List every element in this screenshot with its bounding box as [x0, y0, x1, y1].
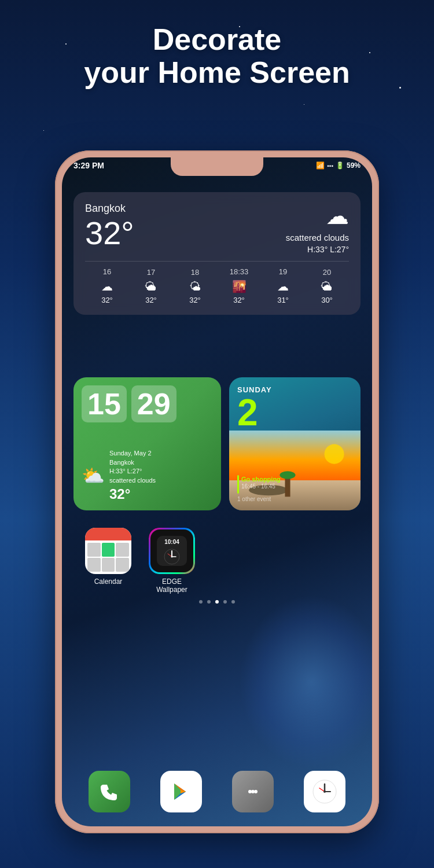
app-calendar-icon[interactable]: [85, 528, 131, 574]
dock-clock-icon[interactable]: [304, 771, 345, 812]
clock-cloud-icon: ⛅: [82, 465, 105, 487]
forecast-item-3: 18:33 🌇 32°: [217, 267, 261, 304]
weather-forecast: 16 ☁ 32° 17 🌥 32° 18 🌤 32° 18:33 🌇: [85, 261, 349, 304]
widget-row: 15 29 ⛅ Sunday, May 2 Bangkok H:33° L:27…: [73, 377, 361, 510]
edge-time-display: 10:04: [164, 539, 179, 545]
weather-cloud-icon: ☁: [286, 203, 349, 229]
forecast-item-5: 20 🌥 30°: [305, 268, 349, 304]
forecast-item-2: 18 🌤 32°: [173, 268, 217, 304]
app-calendar-wrapper[interactable]: Calendar: [85, 528, 131, 586]
app-calendar-label: Calendar: [94, 578, 123, 586]
clock-temperature: 32°: [109, 486, 156, 502]
dock-messages-icon[interactable]: [232, 771, 274, 812]
clock-condition: scattered clouds: [109, 476, 156, 485]
svg-point-22: [323, 790, 326, 793]
clock-city: Bangkok: [109, 458, 156, 467]
dot-3: [223, 600, 227, 604]
svg-point-1: [325, 444, 344, 464]
forecast-item-4: 19 ☁ 31°: [261, 267, 305, 304]
event-title: Go shopping: [241, 475, 281, 483]
weather-widget: Bangkok 32° ☁ scattered clouds H:33° L:2…: [73, 192, 361, 315]
dot-2-active: [215, 600, 219, 604]
phone-frame: 3:29 PM 📶 ▪▪▪ 🔋 59% Bangkok 32° ☁ scatte…: [55, 150, 379, 833]
clock-widget[interactable]: 15 29 ⛅ Sunday, May 2 Bangkok H:33° L:27…: [73, 377, 221, 510]
app-edge-label: EDGEWallpaper: [156, 578, 187, 594]
status-icons: 📶 ▪▪▪ 🔋 59%: [316, 161, 361, 170]
wifi-icon: 📶: [316, 161, 325, 170]
nebula-bg: [239, 595, 372, 768]
calendar-date-number: 2: [237, 394, 352, 431]
dock-phone-icon[interactable]: [89, 771, 130, 812]
forecast-item-0: 16 ☁ 32°: [85, 267, 129, 304]
calendar-widget[interactable]: SUNDAY 2 Go shopping 16:45 - 16:45 1 oth…: [229, 377, 361, 510]
svg-point-17: [254, 790, 258, 793]
dock-playstore-icon[interactable]: [160, 771, 202, 812]
weather-description: ☁ scattered clouds H:33° L:27°: [286, 203, 349, 254]
clock-time-display: 15 29: [82, 385, 213, 422]
weather-city: Bangkok: [85, 203, 134, 215]
page-dots: [62, 600, 372, 604]
calendar-content: SUNDAY 2: [229, 377, 361, 439]
weather-temperature: 32°: [85, 217, 134, 249]
header-section: Decorate your Home Screen: [0, 23, 434, 89]
clock-temp-info: H:33° L:27°: [109, 467, 156, 476]
forecast-item-1: 17 🌥 32°: [129, 268, 173, 304]
header-line2: your Home Screen: [0, 56, 434, 89]
signal-icon: ▪▪▪: [327, 163, 333, 169]
battery-percent: 59%: [347, 161, 361, 170]
weather-condition: scattered clouds: [286, 233, 349, 242]
calendar-event-0: Go shopping 16:45 - 16:45: [237, 475, 352, 494]
clock-minute: 29: [131, 385, 176, 422]
calendar-events: Go shopping 16:45 - 16:45 1 other event: [237, 475, 352, 502]
clock-weather-details: Sunday, May 2 Bangkok H:33° L:27° scatte…: [109, 449, 156, 502]
header-line1: Decorate: [0, 23, 434, 56]
dot-1: [207, 600, 211, 604]
event-time: 16:45 - 16:45: [241, 483, 281, 490]
app-edge-icon[interactable]: 10:04: [149, 528, 195, 574]
event-bar: [237, 475, 239, 494]
calendar-other-events: 1 other event: [237, 496, 352, 502]
clock-date: Sunday, May 2: [109, 449, 156, 458]
app-edge-wrapper[interactable]: 10:04: [149, 528, 195, 594]
phone-screen: 3:29 PM 📶 ▪▪▪ 🔋 59% Bangkok 32° ☁ scatte…: [62, 157, 372, 826]
dot-4: [231, 600, 235, 604]
phone-notch: [171, 157, 263, 176]
dot-0: [199, 600, 203, 604]
clock-weather-info: ⛅ Sunday, May 2 Bangkok H:33° L:27° scat…: [82, 449, 213, 502]
app-icons-row: Calendar 10:04: [85, 528, 195, 594]
status-time: 3:29 PM: [73, 161, 104, 170]
svg-point-10: [171, 556, 173, 557]
battery-icon: 🔋: [336, 161, 344, 170]
bottom-dock: [73, 771, 361, 812]
weather-high-low: H:33° L:27°: [286, 245, 349, 254]
clock-hour: 15: [82, 385, 127, 422]
